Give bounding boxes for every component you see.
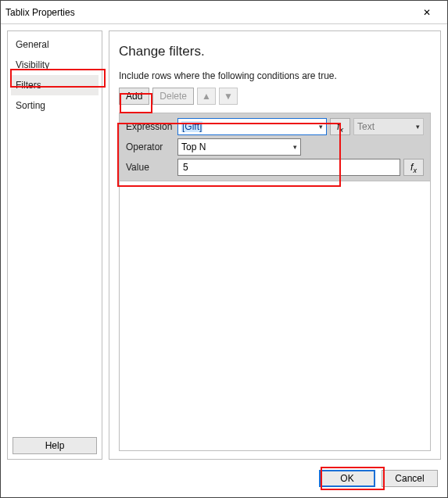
titlebar: Tablix Properties ✕ [1,1,447,24]
fx-icon: fx [337,121,343,132]
arrow-down-icon: ▼ [224,91,233,102]
expression-label: Expression [126,121,174,132]
value-input[interactable] [177,159,400,176]
operator-value: Top N [181,142,206,152]
window-title: Tablix Properties [5,7,411,18]
nav-label: Filters [16,80,41,91]
dialog-window: Tablix Properties ✕ General Visibility F… [0,0,448,498]
operator-row: Operator Top N ▾ [126,138,424,156]
delete-label: Delete [159,91,187,102]
expression-fx-button[interactable]: fx [330,118,350,135]
chevron-down-icon: ▾ [293,143,297,151]
value-label: Value [126,162,174,173]
nav-item-visibility[interactable]: Visibility [11,55,99,75]
cancel-button[interactable]: Cancel [382,470,438,487]
help-label: Help [45,440,65,451]
filters-list: Expression [Gift] ▾ fx Text ▾ Operator [119,113,431,451]
help-button[interactable]: Help [13,437,97,454]
fx-icon: fx [410,162,417,173]
nav-item-filters[interactable]: Filters [11,75,99,95]
ok-label: OK [340,473,353,484]
sidebar: General Visibility Filters Sorting Help [7,30,102,460]
expression-row: Expression [Gift] ▾ fx Text ▾ [126,118,424,135]
nav-item-sorting[interactable]: Sorting [11,95,99,116]
value-row: Value fx [126,159,424,176]
operator-label: Operator [126,142,174,152]
expression-value: [Gift] [181,121,202,132]
delete-button[interactable]: Delete [152,88,194,105]
filter-row: Expression [Gift] ▾ fx Text ▾ Operator [120,113,430,181]
nav-label: Sorting [16,100,45,111]
nav-label: General [16,39,49,50]
type-value: Text [357,121,375,132]
expression-combo[interactable]: [Gift] ▾ [177,118,327,135]
close-button[interactable]: ✕ [411,2,443,23]
page-title: Change filters. [119,44,431,59]
main-panel: Change filters. Include rows where the f… [109,30,441,460]
add-label: Add [126,91,142,102]
dialog-footer: OK Cancel [1,466,447,497]
move-down-button[interactable]: ▼ [219,88,238,105]
value-field[interactable] [181,159,396,175]
nav-label: Visibility [16,59,49,70]
instruction-text: Include rows where the following conditi… [119,70,431,81]
ok-button[interactable]: OK [319,470,375,487]
nav-list: General Visibility Filters Sorting [11,34,99,116]
arrow-up-icon: ▲ [202,91,211,102]
chevron-down-icon: ▾ [319,123,323,131]
nav-item-general[interactable]: General [11,34,99,55]
chevron-down-icon: ▾ [416,123,420,131]
dialog-body: General Visibility Filters Sorting Help … [1,24,447,466]
move-up-button[interactable]: ▲ [197,88,216,105]
type-combo: Text ▾ [353,118,424,135]
operator-combo[interactable]: Top N ▾ [177,138,301,156]
cancel-label: Cancel [395,473,424,484]
add-button[interactable]: Add [119,88,149,105]
value-fx-button[interactable]: fx [403,159,424,176]
filters-toolbar: Add Delete ▲ ▼ [119,88,431,105]
close-icon: ✕ [423,7,431,18]
